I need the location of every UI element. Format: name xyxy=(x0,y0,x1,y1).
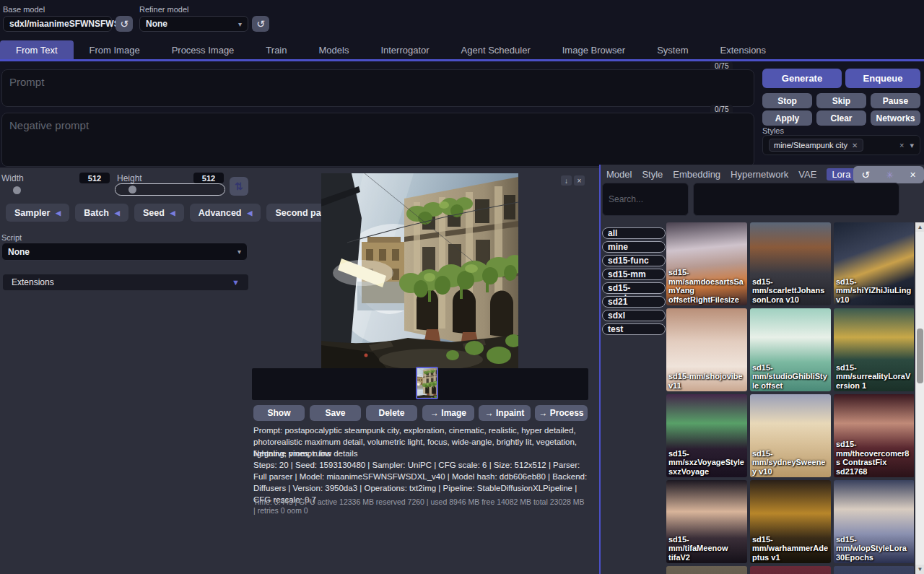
accordion-seed[interactable]: Seed◀ xyxy=(134,204,184,222)
chevron-down-icon[interactable]: ▾ xyxy=(910,141,914,150)
scroll-up-icon[interactable]: ▲ xyxy=(915,222,924,232)
refiner-model-label: Refiner model xyxy=(139,5,188,14)
save-button[interactable]: Save xyxy=(310,405,361,421)
apply-button[interactable]: Apply xyxy=(762,110,812,126)
height-value[interactable]: 512 xyxy=(193,173,224,183)
script-dropdown[interactable]: None ▾ xyxy=(1,243,248,261)
generation-time-info: Time: 3.44s | GPU active 12336 MB reserv… xyxy=(253,497,588,515)
delete-button[interactable]: Delete xyxy=(366,405,417,421)
close-icon[interactable]: × xyxy=(910,169,916,181)
styles-select[interactable]: mine/Steampunk city ✕ × ▾ xyxy=(762,135,920,155)
generated-image[interactable] xyxy=(321,173,518,370)
base-model-refresh-button[interactable]: ↺ xyxy=(116,16,133,32)
generate-button[interactable]: Generate xyxy=(762,69,842,88)
mesh-icon[interactable]: ✳ xyxy=(886,170,894,181)
send-to-inpaint-button[interactable]: → Inpaint xyxy=(479,405,531,421)
show-button[interactable]: Show xyxy=(253,405,305,421)
category-sd21[interactable]: sd21 xyxy=(602,296,666,308)
networks-description-box[interactable] xyxy=(693,183,899,216)
tab-models[interactable]: Models xyxy=(302,40,365,59)
networks-toolbar: ↺ ✳ × xyxy=(853,166,924,183)
extensions-accordion[interactable]: Extensions ▼ xyxy=(3,274,248,290)
enqueue-button[interactable]: Enqueue xyxy=(845,69,920,88)
lora-card[interactable]: sd15-mm/theovercomer8s ContrastFix sd217… xyxy=(834,394,914,477)
scrollbar-thumb[interactable] xyxy=(917,329,923,383)
refresh-icon[interactable]: ↺ xyxy=(861,169,870,181)
accordion-batch[interactable]: Batch◀ xyxy=(75,204,128,222)
tab-from-image[interactable]: From Image xyxy=(74,40,156,59)
style-tag[interactable]: mine/Steampunk city ✕ xyxy=(769,139,863,152)
tab-interrogator[interactable]: Interrogator xyxy=(365,40,445,59)
height-slider[interactable] xyxy=(115,183,225,196)
width-slider[interactable] xyxy=(13,186,21,194)
networks-panel: Model Style Embedding Hypernetwork VAE L… xyxy=(599,165,924,574)
width-value[interactable]: 512 xyxy=(79,173,110,183)
networks-tab-model[interactable]: Model xyxy=(606,169,632,180)
networks-search-input[interactable] xyxy=(602,183,689,216)
skip-button[interactable]: Skip xyxy=(816,93,866,108)
refresh-icon: ↺ xyxy=(256,18,265,30)
lora-card-label: sd15-mm/shiYiZhiJiuLing v10 xyxy=(836,277,912,305)
lora-grid-scrollbar[interactable]: ▲ ▼ xyxy=(915,222,924,574)
lora-card[interactable] xyxy=(666,566,747,574)
lora-card[interactable]: sd15-mm/samdoesartsSamYang offsetRightFi… xyxy=(666,222,747,305)
send-to-process-button[interactable]: → Process xyxy=(535,405,588,421)
lora-card[interactable]: sd15-mm/surrealityLoraVersion 1 xyxy=(834,308,914,391)
lora-card[interactable] xyxy=(750,566,831,574)
styles-label: Styles xyxy=(762,126,784,135)
tab-process-image[interactable]: Process Image xyxy=(156,40,250,59)
category-sd15-random[interactable]: sd15-random xyxy=(602,282,666,294)
prompt-input[interactable] xyxy=(1,69,754,107)
networks-tab-style[interactable]: Style xyxy=(642,169,663,180)
base-model-dropdown[interactable]: sdxl/miaanimeSFWNSFWS ▾ xyxy=(3,16,112,32)
stop-button[interactable]: Stop xyxy=(762,93,812,108)
networks-tab-vae[interactable]: VAE xyxy=(798,169,816,180)
lora-card[interactable]: sd15-mm/shiYiZhiJiuLing v10 xyxy=(834,222,914,305)
width-label: Width xyxy=(1,173,24,183)
networks-tab-lora[interactable]: Lora xyxy=(827,168,855,181)
lora-card[interactable]: sd15-mm/shojovibe v11 xyxy=(666,308,747,391)
lora-card[interactable]: sd15-mm/studioGhibliStyle offset xyxy=(750,308,831,391)
close-gallery-button[interactable]: × xyxy=(574,175,585,186)
lora-card-label: sd15-mm/theovercomer8s ContrastFix sd217… xyxy=(836,440,912,476)
category-sdxl[interactable]: sdxl xyxy=(602,310,666,321)
accordion-sampler[interactable]: Sampler◀ xyxy=(6,204,69,222)
triangle-left-icon: ◀ xyxy=(247,209,252,217)
gallery-thumbnail-selected[interactable] xyxy=(416,367,438,399)
networks-tab-hypernetwork[interactable]: Hypernetwork xyxy=(731,169,788,180)
scroll-down-icon[interactable]: ▼ xyxy=(915,565,924,574)
networks-button[interactable]: Networks xyxy=(871,110,920,126)
gallery-thumbnail-strip xyxy=(252,368,588,400)
lora-card[interactable]: sd15-mm/tifaMeenow tifaV2 xyxy=(666,480,747,563)
tab-extensions[interactable]: Extensions xyxy=(705,40,783,59)
category-all[interactable]: all xyxy=(602,227,666,239)
height-slider-handle[interactable] xyxy=(128,186,136,193)
refiner-model-dropdown[interactable]: None ▾ xyxy=(139,16,248,32)
category-test[interactable]: test xyxy=(602,323,666,335)
accordion-advanced[interactable]: Advanced◀ xyxy=(190,204,261,222)
lora-card[interactable]: sd15-mm/sydneySweeney v10 xyxy=(750,394,831,477)
category-sd15-func[interactable]: sd15-func xyxy=(602,255,666,266)
lora-card[interactable]: sd15-mm/warhammerAdeptus v1 xyxy=(750,480,831,563)
tab-image-browser[interactable]: Image Browser xyxy=(546,40,641,59)
tab-train[interactable]: Train xyxy=(250,40,302,59)
lora-card[interactable]: sd15-mm/wlopStyleLora 30Epochs xyxy=(834,480,914,563)
tab-from-text[interactable]: From Text xyxy=(0,40,74,59)
tab-agent-scheduler[interactable]: Agent Scheduler xyxy=(445,40,546,59)
download-image-button[interactable]: ↓ xyxy=(561,175,572,186)
category-sd15-mm[interactable]: sd15-mm xyxy=(602,269,666,280)
tab-system[interactable]: System xyxy=(641,40,704,59)
clear-styles-icon[interactable]: × xyxy=(899,141,904,150)
send-to-image-button[interactable]: → Image xyxy=(422,405,474,421)
category-mine[interactable]: mine xyxy=(602,241,666,253)
networks-tab-embedding[interactable]: Embedding xyxy=(673,169,720,180)
lora-card[interactable]: sd15-mm/sxzVoyageStyle sxzVoyage xyxy=(666,394,747,477)
pause-button[interactable]: Pause xyxy=(871,93,920,108)
remove-style-icon[interactable]: ✕ xyxy=(852,142,858,149)
lora-card[interactable]: sd15-mm/scarlettJohanssonLora v10 xyxy=(750,222,831,305)
refiner-model-refresh-button[interactable]: ↺ xyxy=(252,16,269,32)
lora-card[interactable] xyxy=(834,566,914,574)
clear-button[interactable]: Clear xyxy=(816,110,866,126)
negative-prompt-input[interactable] xyxy=(1,113,754,167)
swap-dimensions-button[interactable]: ⇅ xyxy=(230,177,248,196)
